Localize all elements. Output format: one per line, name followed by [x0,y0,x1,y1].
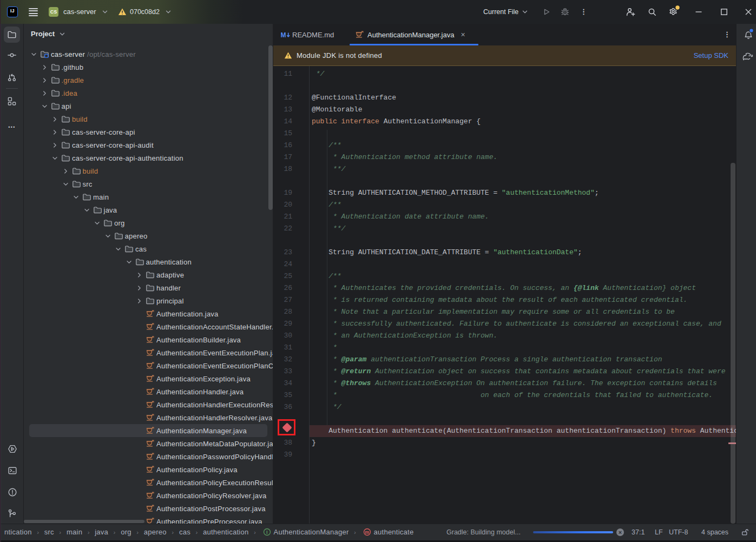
svg-text:m: m [365,530,369,535]
svg-text:I: I [266,530,268,535]
svg-text:M: M [281,31,286,38]
